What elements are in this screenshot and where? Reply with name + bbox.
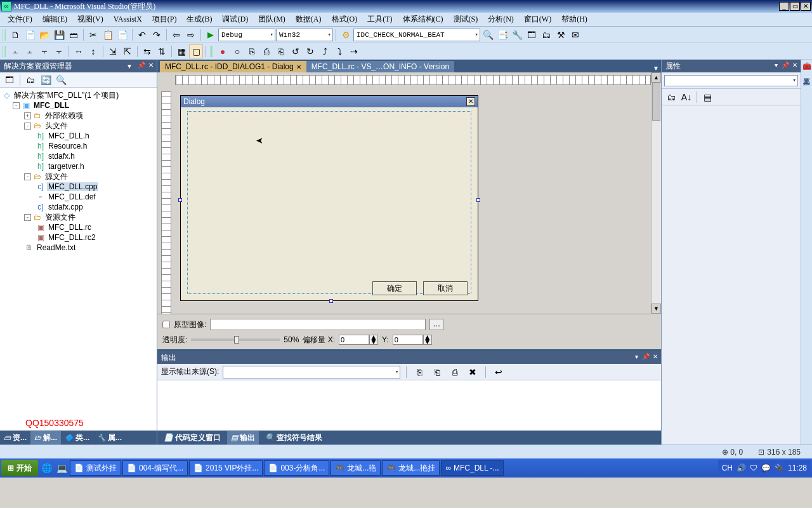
nav-back-icon[interactable]: ⇦ (169, 28, 183, 42)
file-node[interactable]: MFC_DLL.rc (47, 223, 93, 232)
dialog-client-area[interactable] (187, 111, 471, 294)
maximize-button[interactable]: ▭ (790, 2, 800, 11)
resize-handle[interactable] (178, 198, 182, 202)
pin-icon[interactable]: 📌 (781, 62, 790, 70)
menu-data[interactable]: 数据(A) (291, 13, 327, 26)
tab-class-view[interactable]: 🔷类... (61, 431, 93, 444)
start-debug-icon[interactable]: ▶ (204, 28, 218, 42)
align-bottom-icon[interactable]: ⫟ (52, 44, 66, 58)
file-node[interactable]: Resource.h (47, 142, 88, 150)
menu-team[interactable]: 团队(M) (253, 13, 291, 26)
center-h-icon[interactable]: ↔ (72, 44, 86, 58)
file-node[interactable]: ReadMe.txt (36, 243, 77, 252)
find-icon[interactable]: ⚙ (339, 28, 353, 42)
taskbar-item[interactable]: 📄003-分析角... (264, 460, 329, 476)
folder-resources[interactable]: 资源文件 (44, 212, 77, 223)
tb-icon[interactable]: 🔧 (510, 28, 524, 42)
toolbar-grip[interactable] (210, 46, 214, 57)
cancel-button[interactable]: 取消 (423, 281, 468, 295)
taskbar-item[interactable]: 📄004-编写代... (122, 460, 188, 476)
space-h-icon[interactable]: ⇆ (140, 44, 154, 58)
output-text[interactable] (157, 380, 661, 431)
ok-button[interactable]: 确定 (372, 281, 417, 295)
lang-indicator[interactable]: CH (722, 464, 733, 472)
file-node[interactable]: MFC_DLL.h (47, 131, 91, 140)
offset-y-spinner[interactable]: ▲▼ (393, 335, 432, 345)
nav-fwd-icon[interactable]: ⇨ (184, 28, 198, 42)
tab-solution-explorer[interactable]: 🗁解... (30, 431, 61, 444)
find-combo[interactable]: IDC_CHECK_NORMAL_BEAT (353, 29, 480, 41)
property-pages-icon[interactable]: ▤ (700, 90, 714, 104)
scroll-up-icon[interactable]: ▲ (652, 72, 661, 83)
space-v-icon[interactable]: ⇅ (155, 44, 169, 58)
paste-icon[interactable]: 📄 (115, 28, 129, 42)
file-node-selected[interactable]: MFC_DLL.cpp (47, 182, 98, 191)
tb-icon[interactable]: 🔍 (481, 28, 495, 42)
tab-output[interactable]: ▤输出 (227, 431, 259, 444)
align-right-icon[interactable]: ⫠ (23, 44, 37, 58)
save-all-icon[interactable]: 🗃 (67, 28, 81, 42)
menu-analyze[interactable]: 分析(N) (483, 13, 519, 26)
tb-icon[interactable]: ✉ (568, 28, 582, 42)
panel-close-icon[interactable]: ✕ (147, 62, 155, 70)
panel-dropdown-icon[interactable]: ▾ (128, 62, 131, 70)
minimize-button[interactable]: _ (779, 2, 789, 11)
transparency-slider[interactable] (191, 338, 280, 341)
platform-combo[interactable]: Win32 (276, 29, 333, 41)
tab-version-info[interactable]: MFC_DLL.rc - VS_…ON_INFO - Version (306, 61, 454, 72)
quick-launch-icon[interactable]: 💻 (55, 461, 69, 475)
menu-test[interactable]: 测试(S) (449, 13, 483, 26)
save-icon[interactable]: 💾 (52, 28, 66, 42)
redo-icon[interactable]: ↷ (150, 28, 164, 42)
output-icon[interactable]: ⎘ (412, 365, 426, 379)
va-icon[interactable]: ⎘ (245, 44, 259, 58)
dialog-close-icon[interactable]: ✕ (466, 97, 475, 106)
taskbar-item[interactable]: 🎮龙城...艳 (331, 460, 381, 476)
view-code-icon[interactable]: 🔍 (54, 73, 68, 87)
tab-resource-view[interactable]: 🗃资... (0, 431, 30, 444)
project-node[interactable]: MFC_DLL (32, 101, 70, 110)
taskbar-item-active[interactable]: ∞MFC_DLL -... (441, 460, 503, 476)
add-item-icon[interactable]: 📄 (23, 28, 37, 42)
folder-external[interactable]: 外部依赖项 (44, 110, 84, 121)
close-button[interactable]: ✕ (801, 2, 811, 11)
file-node[interactable]: MFC_DLL.def (47, 192, 97, 201)
center-v-icon[interactable]: ↕ (86, 44, 100, 58)
expander-icon[interactable]: - (24, 214, 31, 221)
va-icon[interactable]: ⎙ (259, 44, 273, 58)
resize-handle[interactable] (329, 299, 333, 303)
toolbar-grip[interactable] (3, 46, 6, 57)
file-node[interactable]: MFC_DLL.rc2 (47, 233, 97, 242)
clock[interactable]: 11:28 (788, 464, 807, 472)
tb-icon[interactable]: 🗂 (539, 28, 553, 42)
new-project-icon[interactable]: 🗋 (8, 28, 22, 42)
vertical-scrollbar[interactable]: ▲ ▼ (651, 72, 661, 314)
toolbar-grip[interactable] (3, 29, 6, 41)
va-icon[interactable]: ↺ (289, 44, 303, 58)
output-icon[interactable]: ✖ (466, 365, 480, 379)
prototype-checkbox[interactable] (162, 321, 170, 328)
align-top-icon[interactable]: ⫟ (37, 44, 51, 58)
va-icon[interactable]: ⇢ (347, 44, 361, 58)
system-tray[interactable]: CH 🔊 🛡 💬 🔌 11:28 (718, 460, 811, 476)
output-source-combo[interactable] (223, 366, 400, 378)
menu-help[interactable]: 帮助(H) (556, 13, 593, 26)
panel-dropdown-icon[interactable]: ▾ (771, 62, 780, 70)
show-all-icon[interactable]: 🗂 (23, 73, 37, 87)
menu-tools[interactable]: 工具(T) (362, 13, 397, 26)
offset-y-input[interactable] (393, 335, 423, 345)
tray-icon[interactable]: 🔊 (737, 464, 746, 472)
tab-code-def[interactable]: 📄代码定义窗口 (160, 431, 225, 444)
categorized-icon[interactable]: 🗂 (664, 90, 678, 104)
properties-icon[interactable]: 🗔 (3, 73, 16, 87)
start-button[interactable]: ⊞开始 (1, 460, 38, 476)
output-wrap-icon[interactable]: ↩ (492, 365, 506, 379)
menu-project[interactable]: 项目(P) (147, 13, 182, 26)
panel-close-icon[interactable]: ✕ (651, 353, 660, 362)
tab-overflow-icon[interactable]: ▾ (651, 64, 661, 72)
expander-icon[interactable]: - (24, 123, 31, 130)
va-icon[interactable]: ↻ (303, 44, 317, 58)
menu-window[interactable]: 窗口(W) (519, 13, 556, 26)
panel-dropdown-icon[interactable]: ▾ (632, 353, 641, 362)
menu-view[interactable]: 视图(V) (72, 13, 108, 26)
